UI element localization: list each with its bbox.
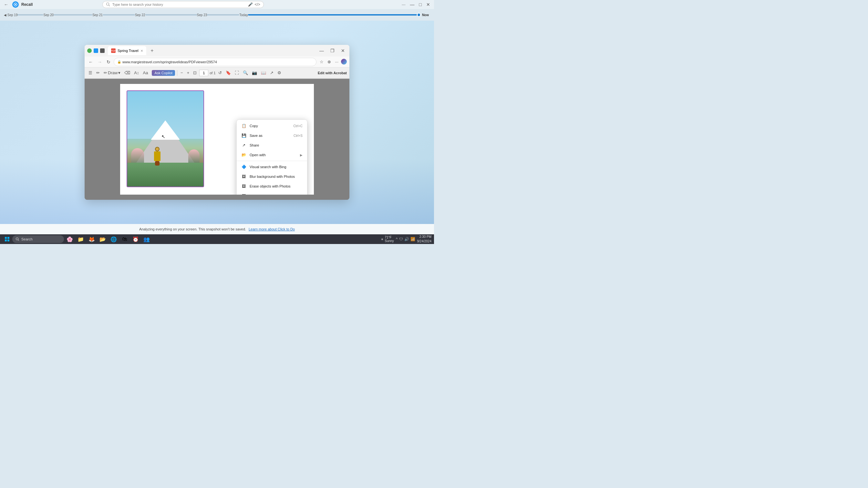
tray-expand-icon[interactable]: ^ [396, 237, 398, 241]
more-options-button[interactable]: ··· [400, 1, 407, 8]
history-search-bar[interactable]: 🎤 </> [102, 1, 264, 8]
taskbar-search-box[interactable]: Search [12, 235, 64, 243]
timeline-segment-today[interactable] [248, 14, 417, 15]
browser-forward-button[interactable]: → [96, 59, 103, 65]
pdf-page: ↖ Traveling in the spring brings a fresh… [120, 84, 314, 195]
browser-back-button[interactable]: ← [87, 59, 94, 65]
pdf-zoom-in-button[interactable]: + [186, 70, 191, 76]
address-bar[interactable]: 🔒 www.margiestravel.com/springtravelidea… [114, 58, 316, 66]
edge-profile-icon[interactable] [341, 59, 347, 65]
menu-separator-1 [237, 161, 307, 161]
weather-icon: ☀ [381, 237, 383, 241]
browser-minimize-button[interactable]: — [317, 47, 326, 54]
pdf-page-number-input[interactable] [199, 70, 208, 76]
start-button[interactable] [3, 235, 11, 244]
windows-taskbar: Search 🌸 📁 🦊 📂 🌐 🛍 ⏰ 👥 ☀ 71 [0, 234, 434, 244]
history-search-input[interactable] [113, 3, 246, 6]
menu-item-open-with[interactable]: 📂 Open with ▶ [237, 150, 307, 160]
pdf-screenshot-button[interactable]: 📷 [251, 70, 258, 76]
timeline-date-sep19[interactable]: ◀ Sep 19 [4, 13, 18, 17]
pdf-share-button[interactable]: ↗ [269, 70, 275, 76]
timeline-date-sep20[interactable]: Sep 20 [43, 13, 54, 17]
maximize-button[interactable]: □ [418, 1, 423, 8]
menu-item-blur-bg[interactable]: 🖼 Blur background with Photos [237, 172, 307, 182]
clock-date: 9/24/2024 [417, 239, 432, 244]
taskbar-app-teams[interactable]: 👥 [142, 234, 152, 244]
copy-label: Copy [250, 124, 258, 128]
timeline-now-dot [417, 13, 421, 17]
close-button[interactable]: ✕ [425, 1, 431, 8]
menu-item-visual-search[interactable]: 🔷 Visual search with Bing [237, 162, 307, 172]
toolbar-separator-1 [177, 70, 177, 76]
open-with-icon: 📂 [241, 152, 246, 158]
minimize-button[interactable]: — [409, 1, 416, 8]
timeline-segment-sep19[interactable] [18, 14, 43, 15]
taskbar-clock[interactable]: 2:30 PM 9/24/2024 [417, 235, 432, 244]
browser-more-button[interactable]: ··· [334, 59, 340, 65]
pdf-highlight-button[interactable]: Aa [142, 70, 150, 76]
taskbar-app-firefox[interactable]: 🦊 [87, 234, 97, 244]
timeline-segment-sep22[interactable] [145, 14, 197, 15]
tab-label: Spring Travel [118, 49, 138, 53]
new-tab-button[interactable]: + [148, 47, 156, 55]
browser-restore-button[interactable]: ❐ [329, 47, 337, 54]
edit-with-acrobat-button[interactable]: Edit with Acrobat [318, 71, 347, 75]
pdf-list-view-button[interactable]: ☰ [87, 70, 94, 76]
code-icon[interactable]: </> [255, 2, 260, 7]
open-with-arrow: ▶ [300, 153, 303, 157]
tray-security-icon[interactable]: 🛡 [399, 237, 403, 241]
taskbar-app-edge[interactable]: 🌐 [108, 234, 119, 244]
pdf-text-button[interactable]: A↕ [133, 70, 140, 76]
browser-refresh-button[interactable]: ↻ [105, 59, 112, 65]
timeline-segment-sep20[interactable] [54, 14, 92, 15]
favorites-icon[interactable]: ☆ [318, 59, 325, 65]
taskbar-app-file-explorer[interactable]: 📂 [97, 234, 108, 244]
menu-item-copy[interactable]: 📋 Copy Ctrl+C [237, 121, 307, 131]
system-tray: ^ 🛡 🔊 📶 [396, 237, 415, 241]
menu-item-erase-obj[interactable]: 🖼 Erase objects with Photos [237, 182, 307, 191]
erase-icon: 🖼 [241, 184, 246, 189]
back-button[interactable]: ← [3, 1, 10, 8]
timeline-date-sep22[interactable]: Sep 22 [135, 13, 145, 17]
browser-close-button[interactable]: ✕ [339, 47, 347, 54]
pdf-immersive-button[interactable]: 📖 [259, 70, 268, 76]
paint-icon: 🖼 [241, 193, 246, 195]
pdf-annotation-button[interactable]: ✏ [95, 70, 101, 76]
pdf-bookmark-button[interactable]: 🔖 [224, 70, 232, 76]
timeline-date-sep21[interactable]: Sep 21 [92, 13, 103, 17]
taskbar-app-store[interactable]: 🛍 [120, 234, 130, 244]
pdf-fit-button[interactable]: ⊡ [192, 70, 198, 76]
menu-item-save-as[interactable]: 💾 Save as Ctrl+S [237, 131, 307, 140]
ground [127, 163, 204, 187]
pdf-fullscreen-button[interactable]: ⛶ [234, 70, 240, 76]
tray-speaker-icon[interactable]: 🔊 [404, 237, 409, 241]
menu-item-remove-bg[interactable]: 🖼 Remove background with Paint [237, 191, 307, 195]
save-as-icon: 💾 [241, 133, 246, 138]
mic-icon[interactable]: 🎤 [248, 2, 253, 7]
tray-network-icon[interactable]: 📶 [410, 237, 415, 241]
timeline-now-label[interactable]: Now [421, 13, 430, 17]
timeline-segment-sep21[interactable] [103, 14, 135, 15]
pdf-draw-button[interactable]: ✏ Draw ▾ [102, 70, 122, 76]
taskbar-app-widgets[interactable]: 🌸 [65, 234, 75, 244]
weather-widget[interactable]: ☀ 71°F Sunny [381, 236, 394, 243]
weather-condition: Sunny [385, 239, 394, 243]
collections-add-icon[interactable]: ⊕ [326, 59, 332, 65]
ask-copilot-button[interactable]: Ask Copilot [152, 70, 175, 76]
timeline-today-label[interactable]: Today [239, 13, 248, 17]
pdf-zoom-out-button[interactable]: − [179, 70, 184, 76]
pdf-settings-button[interactable]: ⚙ [276, 70, 283, 76]
tab-close-button[interactable]: ✕ [141, 49, 143, 53]
browser-title-bar: PDF Spring Travel ✕ + — ❐ ✕ [85, 45, 349, 57]
browser-tab-spring-travel[interactable]: PDF Spring Travel ✕ [108, 46, 146, 55]
learn-more-link[interactable]: Learn more about Click to Do [249, 227, 295, 231]
menu-item-share[interactable]: ↗ Share [237, 140, 307, 150]
taskbar-app-files[interactable]: 📁 [75, 234, 86, 244]
svg-point-1 [15, 4, 16, 5]
pdf-eraser-button[interactable]: ⌫ [123, 70, 131, 76]
timeline-date-sep23[interactable]: Sep 23 [197, 13, 207, 17]
timeline-segment-sep23[interactable] [207, 14, 239, 15]
pdf-rotate-button[interactable]: ↺ [217, 70, 223, 76]
pdf-search-button[interactable]: 🔍 [242, 70, 249, 76]
taskbar-app-recall[interactable]: ⏰ [130, 234, 141, 244]
